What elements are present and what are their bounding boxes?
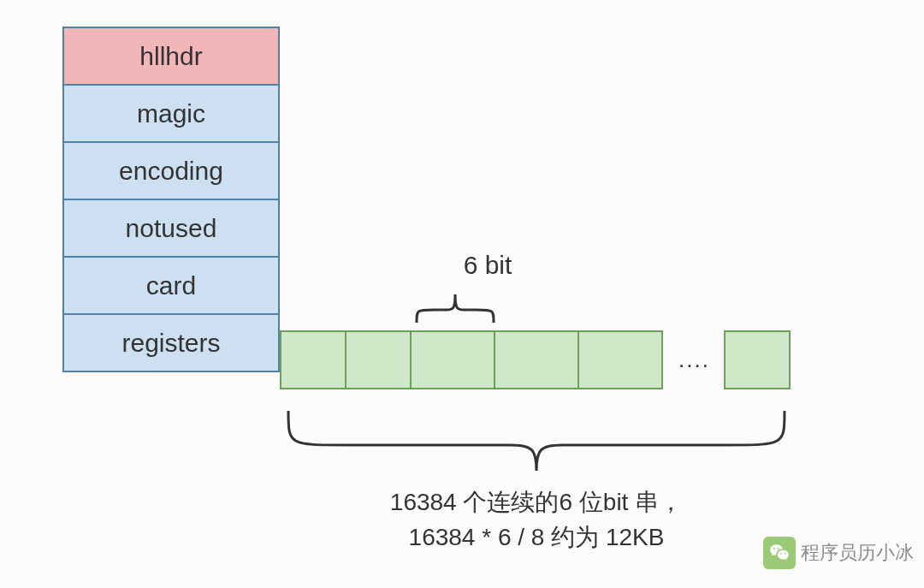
watermark: 程序员历小冰: [763, 537, 914, 569]
struct-field-text: magic: [137, 99, 205, 128]
bottom-curly-brace: [280, 402, 793, 479]
struct-header-cell: hllhdr: [62, 27, 280, 86]
register-box: [494, 330, 579, 389]
struct-field-cell: encoding: [62, 141, 280, 200]
struct-field-cell: card: [62, 256, 280, 315]
register-box: [345, 330, 412, 389]
registers-array: ....: [280, 330, 791, 389]
struct-table: hllhdr magic encoding notused card regis…: [62, 27, 280, 372]
wechat-icon: [763, 537, 796, 569]
bottom-description-line1: 16384 个连续的6 位bit 串，: [280, 485, 793, 520]
register-box-highlighted: [410, 330, 495, 389]
struct-field-text: registers: [121, 329, 220, 358]
watermark-text: 程序员历小冰: [801, 540, 914, 566]
bottom-description: 16384 个连续的6 位bit 串， 16384 * 6 / 8 约为 12K…: [280, 485, 793, 555]
struct-field-text: card: [146, 271, 196, 300]
ellipsis-text: ....: [663, 347, 726, 373]
struct-field-cell: notused: [62, 199, 280, 258]
struct-field-text: encoding: [119, 157, 223, 186]
register-box: [578, 330, 663, 389]
struct-field-cell: magic: [62, 84, 280, 143]
struct-field-text: notused: [126, 214, 217, 243]
register-box: [724, 330, 791, 389]
bit-label: 6 bit: [445, 251, 530, 280]
struct-field-cell: registers: [62, 313, 280, 372]
top-curly-brace: [412, 284, 498, 327]
struct-header-text: hllhdr: [139, 42, 202, 71]
bottom-description-line2: 16384 * 6 / 8 约为 12KB: [280, 520, 793, 555]
register-box: [280, 330, 346, 389]
